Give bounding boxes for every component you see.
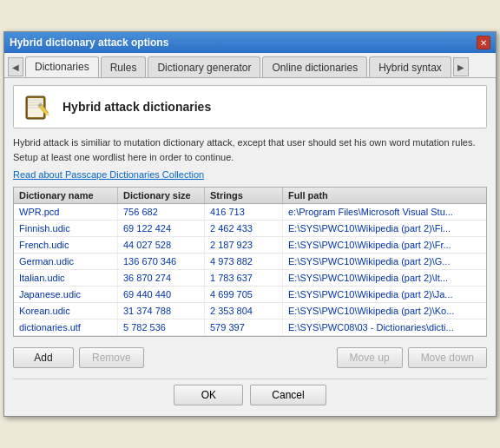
tab-next-button[interactable]: ▶ [453, 57, 469, 76]
cell-path: E:\SYS\PWC10\Wikipedia (part 2)\Fi... [283, 221, 486, 236]
cell-size: 69 440 440 [118, 287, 205, 302]
header-box: Hybrid attack dictionaries [13, 85, 487, 128]
dictionaries-collection-link[interactable]: Read about Passcape Dictionaries Collect… [13, 169, 487, 180]
cell-path: E:\SYS\PWC10\Wikipedia (part 2)\Fr... [283, 237, 486, 253]
main-window: Hybrid dictionary attack options ✕ ◀ Dic… [3, 31, 497, 417]
cell-strings: 1 783 637 [205, 270, 283, 286]
cell-strings: 2 462 433 [205, 221, 283, 236]
cell-name: Finnish.udic [14, 221, 118, 236]
ok-button[interactable]: OK [174, 385, 243, 405]
cell-strings: 4 973 882 [205, 254, 283, 269]
action-buttons-row: Add Remove Move up Move down [13, 344, 487, 372]
remove-button[interactable]: Remove [79, 347, 144, 368]
cell-name: German.udic [14, 254, 118, 269]
col-header-size: Dictionary size [118, 188, 205, 203]
header-title: Hybrid attack dictionaries [62, 100, 211, 114]
cell-name: Korean.udic [14, 303, 118, 319]
cell-name: WPR.pcd [14, 204, 118, 220]
cell-strings: 2 353 804 [205, 303, 283, 319]
tab-dictionaries[interactable]: Dictionaries [25, 56, 99, 77]
dictionaries-table: Dictionary name Dictionary size Strings … [13, 187, 487, 337]
left-buttons: Add Remove [13, 347, 144, 368]
cell-size: 69 122 424 [118, 221, 205, 236]
tab-online-dictionaries[interactable]: Online dictionaries [262, 56, 367, 77]
tab-prev-button[interactable]: ◀ [8, 57, 23, 76]
col-header-path: Full path [283, 188, 486, 203]
table-body[interactable]: WPR.pcd756 682416 713e:\Program Files\Mi… [14, 204, 486, 336]
book-icon [23, 91, 54, 122]
footer-row: OK Cancel [13, 379, 487, 409]
table-row[interactable]: Finnish.udic69 122 4242 462 433E:\SYS\PW… [14, 221, 486, 237]
cell-strings: 579 397 [205, 320, 283, 335]
tab-hybrid-syntax[interactable]: Hybrid syntax [369, 56, 451, 77]
move-up-button[interactable]: Move up [337, 347, 403, 368]
cell-strings: 4 699 705 [205, 287, 283, 302]
col-header-name: Dictionary name [14, 188, 118, 203]
content-area: Hybrid attack dictionaries Hybrid attack… [4, 78, 496, 416]
table-row[interactable]: German.udic136 670 3464 973 882E:\SYS\PW… [14, 254, 486, 270]
close-button[interactable]: ✕ [477, 36, 490, 49]
cell-path: E:\SYS\PWC10\Wikipedia (part 2)\It... [283, 270, 486, 286]
cell-path: E:\SYS\PWC08\03 - Dictionaries\dicti... [283, 320, 486, 335]
table-row[interactable]: Italian.udic36 870 2741 783 637E:\SYS\PW… [14, 270, 486, 287]
cell-path: E:\SYS\PWC10\Wikipedia (part 2)\Ja... [283, 287, 486, 302]
cell-name: Japanese.udic [14, 287, 118, 302]
cell-strings: 416 713 [205, 204, 283, 220]
cell-path: e:\Program Files\Microsoft Visual Stu... [283, 204, 486, 220]
cell-size: 136 670 346 [118, 254, 205, 269]
cell-strings: 2 187 923 [205, 237, 283, 253]
cell-size: 36 870 274 [118, 270, 205, 286]
cancel-button[interactable]: Cancel [250, 385, 326, 405]
cell-name: Italian.udic [14, 270, 118, 286]
move-down-button[interactable]: Move down [408, 347, 487, 368]
cell-path: E:\SYS\PWC10\Wikipedia (part 2)\G... [283, 254, 486, 269]
right-buttons: Move up Move down [337, 347, 487, 368]
table-row[interactable]: French.udic44 027 5282 187 923E:\SYS\PWC… [14, 237, 486, 254]
table-row[interactable]: WPR.pcd756 682416 713e:\Program Files\Mi… [14, 204, 486, 221]
table-row[interactable]: Japanese.udic69 440 4404 699 705E:\SYS\P… [14, 287, 486, 303]
tabs-bar: ◀ Dictionaries Rules Dictionary generato… [4, 53, 496, 78]
col-header-strings: Strings [205, 188, 283, 203]
cell-name: dictionaries.utf [14, 320, 118, 335]
table-header: Dictionary name Dictionary size Strings … [14, 188, 486, 204]
cell-size: 31 374 788 [118, 303, 205, 319]
tab-dictionary-generator[interactable]: Dictionary generator [148, 56, 260, 77]
description-text: Hybrid attack is similiar to mutation di… [13, 135, 487, 164]
tab-rules[interactable]: Rules [101, 56, 147, 77]
table-row[interactable]: dictionaries.utf5 782 536579 397E:\SYS\P… [14, 320, 486, 336]
title-bar: Hybrid dictionary attack options ✕ [4, 32, 496, 53]
window-title: Hybrid dictionary attack options [10, 36, 168, 49]
cell-name: French.udic [14, 237, 118, 253]
cell-size: 44 027 528 [118, 237, 205, 253]
cell-size: 756 682 [118, 204, 205, 220]
cell-size: 5 782 536 [118, 320, 205, 335]
add-button[interactable]: Add [13, 347, 74, 368]
cell-path: E:\SYS\PWC10\Wikipedia (part 2)\Ko... [283, 303, 486, 319]
table-row[interactable]: Korean.udic31 374 7882 353 804E:\SYS\PWC… [14, 303, 486, 320]
